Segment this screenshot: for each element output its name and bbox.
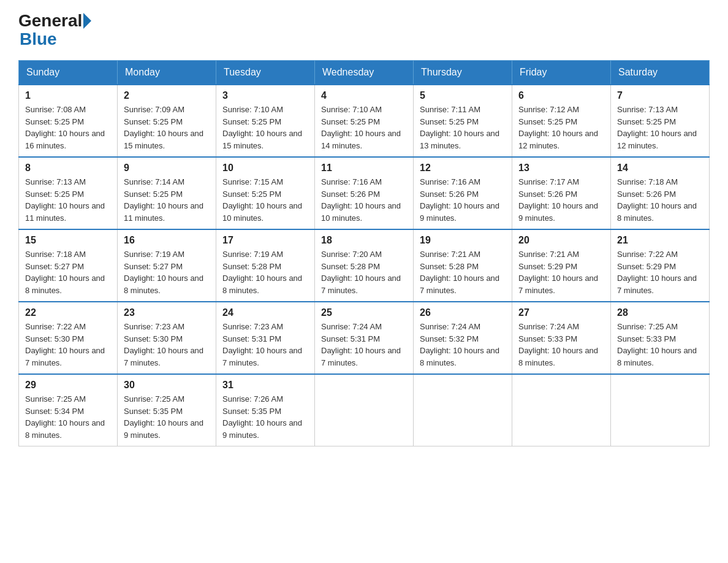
day-number: 21: [617, 235, 703, 246]
day-number: 18: [321, 235, 407, 246]
day-number: 27: [518, 307, 604, 318]
day-number: 12: [420, 163, 506, 174]
day-number: 1: [25, 90, 111, 101]
day-number: 8: [25, 163, 111, 174]
weekday-header-sunday: Sunday: [19, 61, 118, 85]
calendar-cell: [611, 374, 710, 446]
day-number: 19: [420, 235, 506, 246]
calendar-cell: 2 Sunrise: 7:09 AM Sunset: 5:25 PM Dayli…: [118, 85, 216, 157]
day-number: 14: [617, 163, 703, 174]
day-info: Sunrise: 7:25 AM Sunset: 5:35 PM Dayligh…: [124, 393, 210, 441]
day-info: Sunrise: 7:10 AM Sunset: 5:25 PM Dayligh…: [321, 104, 407, 151]
day-info: Sunrise: 7:25 AM Sunset: 5:33 PM Dayligh…: [617, 321, 703, 369]
day-info: Sunrise: 7:20 AM Sunset: 5:28 PM Dayligh…: [321, 248, 407, 296]
weekday-header-tuesday: Tuesday: [216, 61, 315, 85]
calendar-cell: 14 Sunrise: 7:18 AM Sunset: 5:26 PM Dayl…: [611, 157, 710, 229]
day-info: Sunrise: 7:21 AM Sunset: 5:29 PM Dayligh…: [518, 248, 604, 296]
calendar-cell: 8 Sunrise: 7:13 AM Sunset: 5:25 PM Dayli…: [19, 157, 118, 229]
calendar-cell: 4 Sunrise: 7:10 AM Sunset: 5:25 PM Dayli…: [315, 85, 414, 157]
day-number: 20: [518, 235, 604, 246]
day-info: Sunrise: 7:16 AM Sunset: 5:26 PM Dayligh…: [420, 176, 506, 224]
calendar-cell: 10 Sunrise: 7:15 AM Sunset: 5:25 PM Dayl…: [216, 157, 315, 229]
day-number: 29: [25, 380, 111, 391]
day-info: Sunrise: 7:21 AM Sunset: 5:28 PM Dayligh…: [420, 248, 506, 296]
calendar-cell: [315, 374, 414, 446]
logo-blue-text: Blue: [18, 29, 57, 49]
calendar-table: SundayMondayTuesdayWednesdayThursdayFrid…: [18, 60, 710, 446]
week-row-1: 1 Sunrise: 7:08 AM Sunset: 5:25 PM Dayli…: [19, 85, 710, 157]
day-info: Sunrise: 7:17 AM Sunset: 5:26 PM Dayligh…: [518, 176, 604, 224]
logo-general-text: General: [18, 12, 82, 29]
day-info: Sunrise: 7:13 AM Sunset: 5:25 PM Dayligh…: [25, 176, 111, 224]
calendar-cell: 15 Sunrise: 7:18 AM Sunset: 5:27 PM Dayl…: [19, 229, 118, 302]
day-number: 30: [124, 380, 210, 391]
day-number: 5: [420, 90, 506, 101]
day-number: 22: [25, 307, 111, 318]
calendar-cell: 30 Sunrise: 7:25 AM Sunset: 5:35 PM Dayl…: [118, 374, 216, 446]
day-info: Sunrise: 7:26 AM Sunset: 5:35 PM Dayligh…: [222, 393, 308, 441]
day-number: 31: [222, 380, 308, 391]
calendar-cell: 18 Sunrise: 7:20 AM Sunset: 5:28 PM Dayl…: [315, 229, 414, 302]
day-number: 16: [124, 235, 210, 246]
day-info: Sunrise: 7:11 AM Sunset: 5:25 PM Dayligh…: [420, 104, 506, 151]
day-info: Sunrise: 7:24 AM Sunset: 5:31 PM Dayligh…: [321, 321, 407, 369]
day-info: Sunrise: 7:18 AM Sunset: 5:26 PM Dayligh…: [617, 176, 703, 224]
calendar-cell: [414, 374, 512, 446]
calendar-cell: 9 Sunrise: 7:14 AM Sunset: 5:25 PM Dayli…: [118, 157, 216, 229]
calendar-cell: 3 Sunrise: 7:10 AM Sunset: 5:25 PM Dayli…: [216, 85, 315, 157]
calendar-cell: 1 Sunrise: 7:08 AM Sunset: 5:25 PM Dayli…: [19, 85, 118, 157]
calendar-cell: 5 Sunrise: 7:11 AM Sunset: 5:25 PM Dayli…: [414, 85, 512, 157]
day-info: Sunrise: 7:14 AM Sunset: 5:25 PM Dayligh…: [124, 176, 210, 224]
day-number: 28: [617, 307, 703, 318]
calendar-cell: 12 Sunrise: 7:16 AM Sunset: 5:26 PM Dayl…: [414, 157, 512, 229]
weekday-header-wednesday: Wednesday: [315, 61, 414, 85]
day-number: 24: [222, 307, 308, 318]
day-number: 13: [518, 163, 604, 174]
day-info: Sunrise: 7:16 AM Sunset: 5:26 PM Dayligh…: [321, 176, 407, 224]
calendar-cell: 29 Sunrise: 7:25 AM Sunset: 5:34 PM Dayl…: [19, 374, 118, 446]
day-number: 6: [518, 90, 604, 101]
day-number: 7: [617, 90, 703, 101]
day-info: Sunrise: 7:24 AM Sunset: 5:33 PM Dayligh…: [518, 321, 604, 369]
day-info: Sunrise: 7:19 AM Sunset: 5:27 PM Dayligh…: [124, 248, 210, 296]
day-info: Sunrise: 7:08 AM Sunset: 5:25 PM Dayligh…: [25, 104, 111, 151]
calendar-cell: 27 Sunrise: 7:24 AM Sunset: 5:33 PM Dayl…: [512, 302, 611, 374]
calendar-cell: 17 Sunrise: 7:19 AM Sunset: 5:28 PM Dayl…: [216, 229, 315, 302]
day-number: 3: [222, 90, 308, 101]
day-number: 23: [124, 307, 210, 318]
day-info: Sunrise: 7:19 AM Sunset: 5:28 PM Dayligh…: [222, 248, 308, 296]
calendar-cell: 7 Sunrise: 7:13 AM Sunset: 5:25 PM Dayli…: [611, 85, 710, 157]
weekday-header-monday: Monday: [118, 61, 216, 85]
day-info: Sunrise: 7:13 AM Sunset: 5:25 PM Dayligh…: [617, 104, 703, 151]
weekday-header-friday: Friday: [512, 61, 611, 85]
day-info: Sunrise: 7:18 AM Sunset: 5:27 PM Dayligh…: [25, 248, 111, 296]
calendar-cell: [512, 374, 611, 446]
day-number: 17: [222, 235, 308, 246]
calendar-cell: 11 Sunrise: 7:16 AM Sunset: 5:26 PM Dayl…: [315, 157, 414, 229]
calendar-cell: 20 Sunrise: 7:21 AM Sunset: 5:29 PM Dayl…: [512, 229, 611, 302]
logo: General Blue: [18, 12, 93, 49]
weekday-header-thursday: Thursday: [414, 61, 512, 85]
day-info: Sunrise: 7:10 AM Sunset: 5:25 PM Dayligh…: [222, 104, 308, 151]
day-number: 11: [321, 163, 407, 174]
calendar-cell: 23 Sunrise: 7:23 AM Sunset: 5:30 PM Dayl…: [118, 302, 216, 374]
day-info: Sunrise: 7:12 AM Sunset: 5:25 PM Dayligh…: [518, 104, 604, 151]
day-number: 4: [321, 90, 407, 101]
calendar-cell: 13 Sunrise: 7:17 AM Sunset: 5:26 PM Dayl…: [512, 157, 611, 229]
calendar-cell: 21 Sunrise: 7:22 AM Sunset: 5:29 PM Dayl…: [611, 229, 710, 302]
week-row-4: 22 Sunrise: 7:22 AM Sunset: 5:30 PM Dayl…: [19, 302, 710, 374]
calendar-cell: 24 Sunrise: 7:23 AM Sunset: 5:31 PM Dayl…: [216, 302, 315, 374]
day-info: Sunrise: 7:23 AM Sunset: 5:31 PM Dayligh…: [222, 321, 308, 369]
day-number: 9: [124, 163, 210, 174]
day-number: 15: [25, 235, 111, 246]
day-info: Sunrise: 7:15 AM Sunset: 5:25 PM Dayligh…: [222, 176, 308, 224]
week-row-2: 8 Sunrise: 7:13 AM Sunset: 5:25 PM Dayli…: [19, 157, 710, 229]
day-info: Sunrise: 7:24 AM Sunset: 5:32 PM Dayligh…: [420, 321, 506, 369]
calendar-cell: 16 Sunrise: 7:19 AM Sunset: 5:27 PM Dayl…: [118, 229, 216, 302]
calendar-cell: 28 Sunrise: 7:25 AM Sunset: 5:33 PM Dayl…: [611, 302, 710, 374]
weekday-header-row: SundayMondayTuesdayWednesdayThursdayFrid…: [19, 61, 710, 85]
day-info: Sunrise: 7:23 AM Sunset: 5:30 PM Dayligh…: [124, 321, 210, 369]
week-row-3: 15 Sunrise: 7:18 AM Sunset: 5:27 PM Dayl…: [19, 229, 710, 302]
week-row-5: 29 Sunrise: 7:25 AM Sunset: 5:34 PM Dayl…: [19, 374, 710, 446]
day-info: Sunrise: 7:09 AM Sunset: 5:25 PM Dayligh…: [124, 104, 210, 151]
